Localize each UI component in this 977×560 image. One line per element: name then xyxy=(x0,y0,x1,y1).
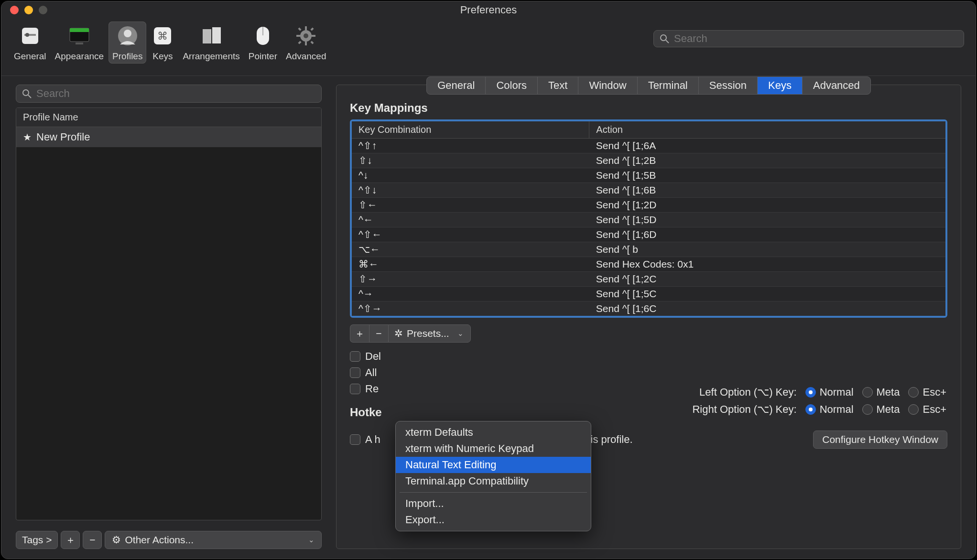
hotkey-checkbox[interactable]: A h xyxy=(350,433,380,446)
titlebar: Preferences xyxy=(1,1,976,19)
toolbar-search[interactable] xyxy=(653,30,964,47)
presets-dropdown[interactable]: ✲ Presets... ⌄ xyxy=(388,324,471,343)
tab-profiles[interactable]: Profiles xyxy=(109,22,146,64)
action-cell: Send ^[ [1;6A xyxy=(589,139,945,153)
subtab-advanced[interactable]: Advanced xyxy=(803,77,870,94)
key-combo-cell: ^⇧→ xyxy=(352,302,589,316)
right-option-meta[interactable]: Meta xyxy=(862,403,900,416)
delete-checkbox[interactable]: Del xyxy=(350,350,947,363)
table-row[interactable]: ⇧↓Send ^[ [1;2B xyxy=(352,153,945,168)
checkbox-icon xyxy=(350,351,360,362)
subtab-text[interactable]: Text xyxy=(538,77,578,94)
action-cell: Send ^[ [1;2B xyxy=(589,153,945,168)
menu-separator xyxy=(400,492,587,493)
tab-general[interactable]: General xyxy=(10,22,50,64)
chevron-down-icon: ⌄ xyxy=(308,536,315,544)
action-cell: Send Hex Codes: 0x1 xyxy=(589,257,945,272)
remove-profile-button[interactable]: − xyxy=(83,531,102,549)
subtab-keys[interactable]: Keys xyxy=(758,77,803,94)
col-key-combination[interactable]: Key Combination xyxy=(352,121,589,139)
action-cell: Send ^[ [1;6D xyxy=(589,227,945,242)
key-combo-cell: ^⇧← xyxy=(352,227,589,242)
action-cell: Send ^[ [1;6B xyxy=(589,183,945,198)
tab-pointer[interactable]: Pointer xyxy=(245,22,281,64)
tab-keys[interactable]: ⌘ Keys xyxy=(147,22,178,64)
left-option-normal[interactable]: Normal xyxy=(805,386,854,398)
tags-button[interactable]: Tags > xyxy=(16,531,58,549)
table-row[interactable]: ⇧←Send ^[ [1;2D xyxy=(352,198,945,213)
zoom-button[interactable] xyxy=(39,6,47,14)
menu-export[interactable]: Export... xyxy=(396,512,591,528)
tab-arrangements[interactable]: Arrangements xyxy=(179,22,243,64)
key-combo-cell: ⌘← xyxy=(352,257,589,272)
menu-xterm-numeric[interactable]: xterm with Numeric Keypad xyxy=(396,441,591,457)
command-key-icon: ⌘ xyxy=(151,24,174,47)
menu-xterm-defaults[interactable]: xterm Defaults xyxy=(396,424,591,441)
key-combo-cell: ⌥← xyxy=(352,242,589,257)
table-row[interactable]: ^⇧→Send ^[ [1;6C xyxy=(352,302,945,316)
action-cell: Send ^[ b xyxy=(589,242,945,257)
left-option-label: Left Option (⌥) Key: xyxy=(668,386,797,398)
action-cell: Send ^[ [1;2C xyxy=(589,272,945,287)
table-row[interactable]: ⌘←Send Hex Codes: 0x1 xyxy=(352,257,945,272)
checkbox-icon xyxy=(350,384,360,394)
table-row[interactable]: ⇧→Send ^[ [1;2C xyxy=(352,272,945,287)
left-option-escplus[interactable]: Esc+ xyxy=(908,386,946,398)
svg-rect-18 xyxy=(296,35,300,37)
table-row[interactable]: ^→Send ^[ [1;5C xyxy=(352,287,945,302)
profile-search[interactable] xyxy=(16,85,322,103)
menu-natural-text-editing[interactable]: Natural Text Editing xyxy=(396,457,591,473)
subtab-window[interactable]: Window xyxy=(578,77,637,94)
subtab-general[interactable]: General xyxy=(427,77,486,94)
menu-terminal-app-compat[interactable]: Terminal.app Compatibility xyxy=(396,473,591,489)
table-row[interactable]: ^⇧←Send ^[ [1;6D xyxy=(352,227,945,242)
profile-footer: Tags > ＋ − ⚙ Other Actions... ⌄ xyxy=(16,531,322,549)
table-row[interactable]: ^⇧↓Send ^[ [1;6B xyxy=(352,183,945,198)
key-combo-cell: ^⇧↓ xyxy=(352,183,589,198)
left-option-meta[interactable]: Meta xyxy=(862,386,900,398)
svg-line-27 xyxy=(28,95,31,98)
allow-checkbox[interactable]: All xyxy=(350,366,947,379)
add-profile-button[interactable]: ＋ xyxy=(61,531,80,549)
key-combo-cell: ⇧← xyxy=(352,198,589,213)
profile-row[interactable]: ★ New Profile xyxy=(16,127,321,147)
table-row[interactable]: ^↓Send ^[ [1;5B xyxy=(352,168,945,183)
svg-text:⌘: ⌘ xyxy=(157,30,168,42)
right-option-normal[interactable]: Normal xyxy=(805,403,854,416)
key-mappings-table: Key Combination Action ^⇧↑Send ^[ [1;6A⇧… xyxy=(350,119,947,318)
subtab-session[interactable]: Session xyxy=(699,77,758,94)
other-actions-button[interactable]: ⚙ Other Actions... ⌄ xyxy=(105,531,322,549)
window-title: Preferences xyxy=(1,4,976,16)
profile-name: New Profile xyxy=(36,131,90,143)
toolbar-search-input[interactable] xyxy=(674,32,958,45)
right-option-escplus[interactable]: Esc+ xyxy=(908,403,946,416)
svg-point-26 xyxy=(23,90,29,96)
checkbox-icon xyxy=(350,434,360,445)
svg-line-25 xyxy=(666,40,669,43)
tab-appearance[interactable]: Appearance xyxy=(51,22,108,64)
table-row[interactable]: ^⇧↑Send ^[ [1;6A xyxy=(352,139,945,153)
svg-rect-21 xyxy=(311,27,314,31)
table-row[interactable]: ^←Send ^[ [1;5D xyxy=(352,213,945,227)
subtab-colors[interactable]: Colors xyxy=(486,77,538,94)
configure-hotkey-button[interactable]: Configure Hotkey Window xyxy=(813,431,947,449)
profile-list-header: Profile Name xyxy=(16,108,321,127)
profile-search-input[interactable] xyxy=(36,87,315,100)
add-mapping-button[interactable]: ＋ xyxy=(350,324,369,343)
tab-advanced[interactable]: Advanced xyxy=(282,22,330,64)
monitor-icon xyxy=(68,24,91,47)
minimize-button[interactable] xyxy=(24,6,33,14)
action-cell: Send ^[ [1;5D xyxy=(589,213,945,227)
traffic-lights xyxy=(1,6,47,14)
menu-import[interactable]: Import... xyxy=(396,495,591,512)
remove-mapping-button[interactable]: − xyxy=(369,324,388,343)
mouse-icon xyxy=(251,24,274,47)
svg-point-15 xyxy=(304,33,308,38)
col-action[interactable]: Action xyxy=(589,121,945,139)
subtab-terminal[interactable]: Terminal xyxy=(638,77,699,94)
option-key-settings: Left Option (⌥) Key: Normal Meta Esc+ Ri… xyxy=(668,386,946,416)
preferences-window: Preferences General Appearance Profiles … xyxy=(1,1,976,559)
table-row[interactable]: ⌥←Send ^[ b xyxy=(352,242,945,257)
close-button[interactable] xyxy=(10,6,19,14)
key-combo-cell: ^← xyxy=(352,213,589,227)
